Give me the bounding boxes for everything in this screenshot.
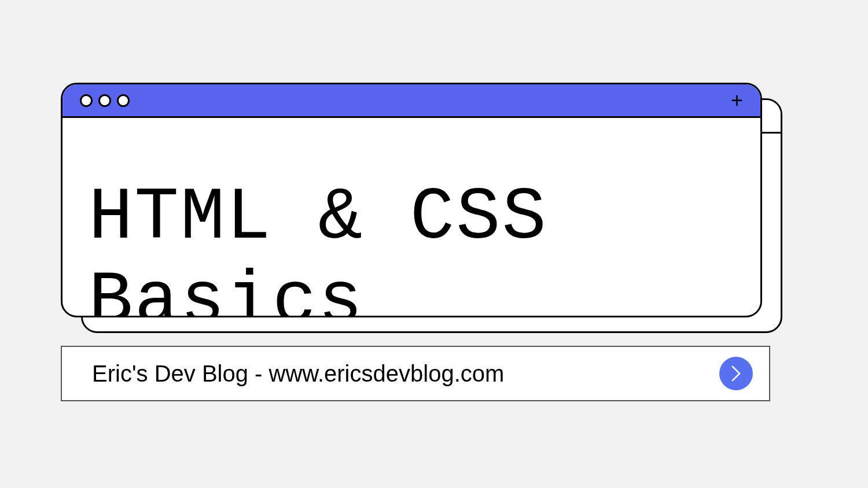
page-title: HTML & CSS Basics	[89, 176, 734, 317]
maximize-button[interactable]	[117, 94, 130, 107]
url-bar[interactable]: Eric's Dev Blog - www.ericsdevblog.com	[61, 346, 770, 401]
browser-window: + HTML & CSS Basics	[61, 83, 762, 317]
window-content: HTML & CSS Basics	[62, 118, 760, 317]
minimize-button[interactable]	[98, 94, 111, 107]
window-titlebar: +	[62, 84, 760, 118]
traffic-lights	[80, 94, 130, 107]
new-tab-icon[interactable]: +	[731, 90, 743, 111]
url-text: Eric's Dev Blog - www.ericsdevblog.com	[92, 361, 504, 387]
close-button[interactable]	[80, 94, 93, 107]
chevron-right-icon	[730, 365, 742, 382]
go-button[interactable]	[719, 357, 753, 390]
